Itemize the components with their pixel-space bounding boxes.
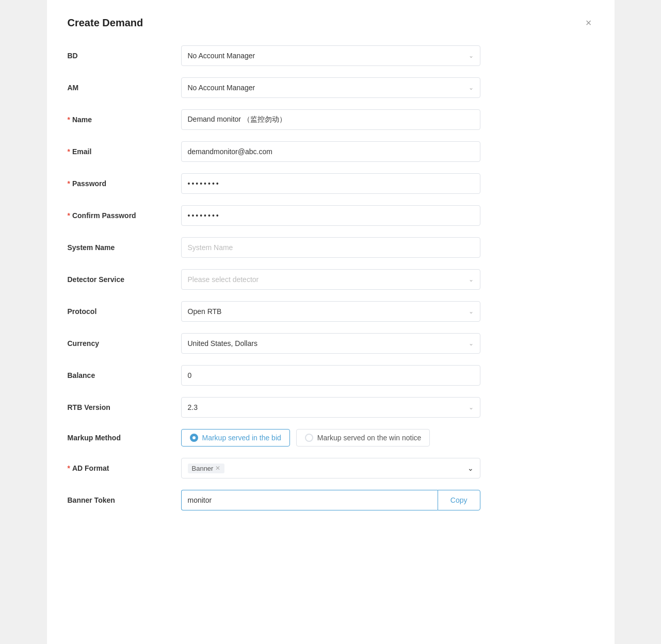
required-star-confirm-password: * bbox=[68, 211, 70, 220]
label-currency: Currency bbox=[68, 339, 181, 348]
form-row-protocol: Protocol Open RTB ⌄ bbox=[68, 301, 594, 322]
markup-method-bid-label: Markup served in the bid bbox=[202, 434, 281, 442]
protocol-control: Open RTB ⌄ bbox=[181, 301, 480, 322]
am-select[interactable]: No Account Manager ⌄ bbox=[181, 77, 480, 98]
required-star-name: * bbox=[68, 115, 70, 124]
detector-service-placeholder: Please select detector bbox=[188, 275, 259, 284]
password-input[interactable] bbox=[181, 173, 480, 194]
modal-header: Create Demand × bbox=[68, 15, 594, 30]
form-row-ad-format: * AD Format Banner ✕ ⌄ bbox=[68, 458, 594, 478]
copy-button[interactable]: Copy bbox=[438, 490, 480, 510]
form-row-password: * Password bbox=[68, 173, 594, 194]
radio-circle-win bbox=[305, 434, 313, 442]
form-row-system-name: System Name bbox=[68, 237, 594, 258]
email-control bbox=[181, 141, 480, 162]
form-row-currency: Currency United States, Dollars ⌄ bbox=[68, 333, 594, 354]
rtb-version-control: 2.3 ⌄ bbox=[181, 397, 480, 418]
label-markup-method: Markup Method bbox=[68, 434, 181, 442]
label-password: * Password bbox=[68, 179, 181, 188]
detector-service-chevron-icon: ⌄ bbox=[469, 276, 474, 283]
detector-service-control: Please select detector ⌄ bbox=[181, 269, 480, 290]
required-star-password: * bbox=[68, 179, 70, 188]
rtb-version-chevron-icon: ⌄ bbox=[469, 404, 474, 411]
currency-control: United States, Dollars ⌄ bbox=[181, 333, 480, 354]
form-row-bd: BD No Account Manager ⌄ bbox=[68, 45, 594, 66]
form-row-detector-service: Detector Service Please select detector … bbox=[68, 269, 594, 290]
form-row-markup-method: Markup Method Markup served in the bid M… bbox=[68, 429, 594, 447]
password-control bbox=[181, 173, 480, 194]
bd-select-value: No Account Manager bbox=[188, 52, 255, 60]
label-detector-service: Detector Service bbox=[68, 275, 181, 284]
label-ad-format: * AD Format bbox=[68, 464, 181, 472]
protocol-chevron-icon: ⌄ bbox=[469, 308, 474, 315]
form-row-email: * Email bbox=[68, 141, 594, 162]
label-name: * Name bbox=[68, 115, 181, 124]
detector-service-select[interactable]: Please select detector ⌄ bbox=[181, 269, 480, 290]
email-input[interactable] bbox=[181, 141, 480, 162]
confirm-password-input[interactable] bbox=[181, 205, 480, 226]
am-control: No Account Manager ⌄ bbox=[181, 77, 480, 98]
balance-input[interactable] bbox=[181, 365, 480, 386]
markup-method-bid-option[interactable]: Markup served in the bid bbox=[181, 429, 290, 447]
rtb-version-select[interactable]: 2.3 ⌄ bbox=[181, 397, 480, 418]
am-select-value: No Account Manager bbox=[188, 84, 255, 92]
label-balance: Balance bbox=[68, 371, 181, 379]
currency-value: United States, Dollars bbox=[188, 339, 257, 348]
banner-tag: Banner ✕ bbox=[188, 464, 225, 473]
form-row-balance: Balance bbox=[68, 365, 594, 386]
name-control bbox=[181, 109, 480, 130]
ad-format-control: Banner ✕ ⌄ bbox=[181, 458, 480, 478]
ad-format-select[interactable]: Banner ✕ ⌄ bbox=[181, 458, 480, 478]
rtb-version-value: 2.3 bbox=[188, 403, 198, 411]
ad-format-tags: Banner ✕ bbox=[188, 464, 225, 473]
system-name-control bbox=[181, 237, 480, 258]
radio-circle-bid bbox=[190, 434, 198, 442]
label-bd: BD bbox=[68, 52, 181, 60]
markup-method-group: Markup served in the bid Markup served o… bbox=[181, 429, 480, 447]
form-row-banner-token: Banner Token Copy bbox=[68, 490, 594, 510]
form-row-name: * Name bbox=[68, 109, 594, 130]
markup-method-win-option[interactable]: Markup served on the win notice bbox=[296, 429, 430, 447]
label-confirm-password: * Confirm Password bbox=[68, 211, 181, 220]
label-protocol: Protocol bbox=[68, 307, 181, 316]
markup-method-win-label: Markup served on the win notice bbox=[317, 434, 422, 442]
currency-select[interactable]: United States, Dollars ⌄ bbox=[181, 333, 480, 354]
protocol-value: Open RTB bbox=[188, 307, 222, 316]
form-row-am: AM No Account Manager ⌄ bbox=[68, 77, 594, 98]
modal-title: Create Demand bbox=[68, 17, 143, 29]
label-rtb-version: RTB Version bbox=[68, 403, 181, 411]
bd-chevron-icon: ⌄ bbox=[469, 52, 474, 59]
system-name-input[interactable] bbox=[181, 237, 480, 258]
bd-select[interactable]: No Account Manager ⌄ bbox=[181, 45, 480, 66]
label-email: * Email bbox=[68, 147, 181, 156]
confirm-password-control bbox=[181, 205, 480, 226]
label-system-name: System Name bbox=[68, 243, 181, 252]
currency-chevron-icon: ⌄ bbox=[469, 340, 474, 347]
balance-control bbox=[181, 365, 480, 386]
required-star-email: * bbox=[68, 147, 70, 156]
required-star-ad-format: * bbox=[68, 464, 70, 472]
am-chevron-icon: ⌄ bbox=[469, 84, 474, 91]
ad-format-chevron-icon: ⌄ bbox=[467, 464, 474, 472]
label-am: AM bbox=[68, 84, 181, 92]
banner-token-control: Copy bbox=[181, 490, 480, 510]
close-button[interactable]: × bbox=[584, 15, 594, 30]
banner-tag-close-icon[interactable]: ✕ bbox=[215, 465, 220, 472]
form-row-rtb-version: RTB Version 2.3 ⌄ bbox=[68, 397, 594, 418]
create-demand-modal: Create Demand × BD No Account Manager ⌄ … bbox=[47, 0, 615, 644]
form-row-confirm-password: * Confirm Password bbox=[68, 205, 594, 226]
banner-token-input[interactable] bbox=[181, 490, 438, 510]
bd-control: No Account Manager ⌄ bbox=[181, 45, 480, 66]
label-banner-token: Banner Token bbox=[68, 496, 181, 504]
protocol-select[interactable]: Open RTB ⌄ bbox=[181, 301, 480, 322]
name-input[interactable] bbox=[181, 109, 480, 130]
